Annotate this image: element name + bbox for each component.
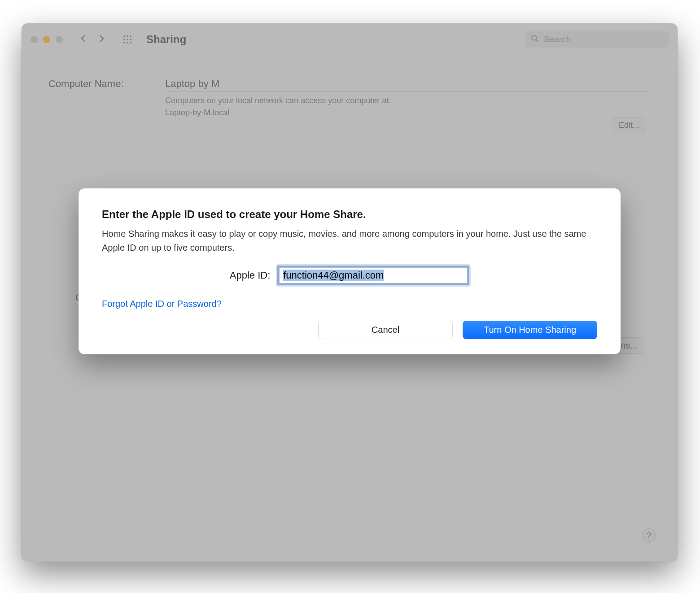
apple-id-input[interactable]	[279, 267, 468, 283]
cancel-button[interactable]: Cancel	[318, 321, 453, 339]
close-icon[interactable]	[31, 36, 38, 43]
turn-on-home-sharing-button[interactable]: Turn On Home Sharing	[463, 321, 597, 339]
minimize-icon[interactable]	[43, 36, 50, 43]
apple-id-input-wrap	[277, 266, 469, 285]
svg-point-5	[130, 39, 131, 40]
apple-id-row: Apple ID:	[102, 266, 597, 285]
search-field[interactable]: Search	[525, 31, 669, 48]
computer-access-text-2: Laptop-by-M.local	[165, 107, 651, 119]
nav-buttons	[78, 33, 107, 46]
dialog-button-row: Cancel Turn On Home Sharing	[102, 321, 597, 339]
edit-button[interactable]: Edit...	[613, 118, 645, 133]
zoom-icon[interactable]	[56, 36, 63, 43]
svg-point-3	[123, 39, 125, 40]
toolbar: Sharing Search	[22, 23, 678, 56]
back-button[interactable]	[78, 33, 89, 46]
home-sharing-dialog: Enter the Apple ID used to create your H…	[79, 188, 621, 354]
svg-point-0	[123, 35, 125, 37]
svg-line-10	[536, 40, 538, 42]
window-controls	[31, 36, 63, 43]
dialog-description: Home Sharing makes it easy to play or co…	[102, 227, 597, 255]
grid-icon[interactable]	[122, 34, 133, 45]
svg-point-4	[127, 39, 128, 40]
computer-name-label: Computer Name:	[48, 78, 165, 90]
svg-point-9	[532, 35, 537, 40]
computer-access-text-1: Computers on your local network can acce…	[165, 95, 651, 107]
content-area: Computer Name: Laptop by M Computers on …	[22, 56, 678, 141]
svg-point-2	[130, 35, 131, 37]
dialog-heading: Enter the Apple ID used to create your H…	[102, 208, 597, 221]
svg-point-7	[127, 42, 128, 44]
help-button[interactable]: ?	[642, 528, 656, 543]
svg-point-1	[127, 35, 128, 37]
svg-point-6	[123, 42, 125, 44]
forward-button[interactable]	[96, 33, 107, 46]
search-icon	[530, 34, 539, 45]
forgot-apple-id-link[interactable]: Forgot Apple ID or Password?	[102, 299, 222, 309]
computer-name-value[interactable]: Laptop by M	[165, 78, 651, 92]
apple-id-label: Apple ID:	[230, 270, 271, 281]
search-placeholder: Search	[544, 35, 571, 44]
window-title: Sharing	[146, 33, 186, 46]
svg-point-8	[130, 42, 131, 44]
